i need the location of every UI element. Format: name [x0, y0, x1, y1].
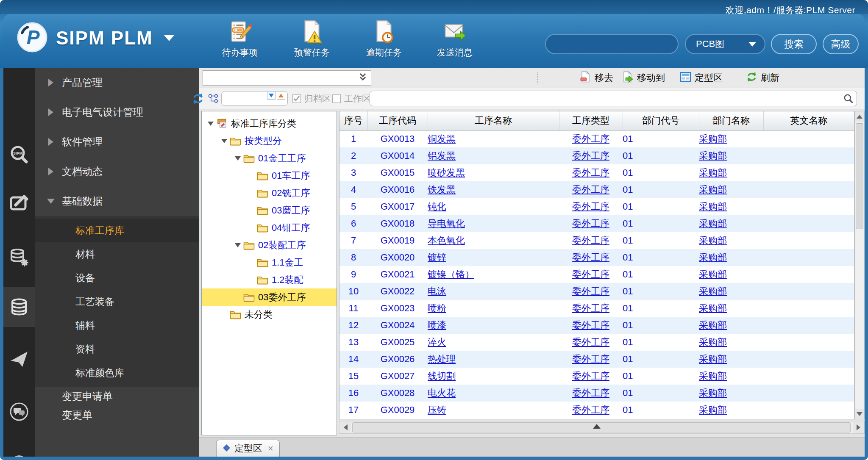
cell-type[interactable]: 委外工序 — [559, 402, 623, 418]
remove-button[interactable]: 移去 — [580, 68, 613, 88]
tree-refresh-icon[interactable] — [192, 92, 204, 107]
tree-node[interactable]: 01车工序 — [202, 167, 337, 184]
sidebar-subitem[interactable]: 标准工序库 — [35, 219, 199, 242]
column-header[interactable]: 工序类型 — [559, 111, 623, 130]
cell-dname[interactable]: 采购部 — [699, 300, 763, 317]
sidebar-subitem[interactable]: 材料 — [35, 242, 199, 266]
sidebar-subitem[interactable]: 标准颜色库 — [35, 361, 199, 385]
cell-dcode[interactable]: 01 — [623, 402, 699, 418]
column-header[interactable]: 部门代号 — [623, 111, 699, 130]
cell-type[interactable]: 委外工序 — [559, 368, 623, 385]
chat-icon[interactable] — [9, 402, 29, 421]
cell-dname[interactable]: 采购部 — [699, 266, 763, 283]
cell-type[interactable]: 委外工序 — [559, 232, 623, 249]
cell-type[interactable]: 委外工序 — [559, 300, 623, 317]
scroll-left-button[interactable] — [340, 422, 351, 433]
cell-dcode[interactable]: 01 — [623, 351, 699, 368]
cell-dcode[interactable]: 01 — [623, 283, 699, 300]
archive-area-checkbox[interactable] — [292, 94, 301, 103]
cell-type[interactable]: 委外工序 — [559, 385, 623, 402]
cell-dcode[interactable]: 01 — [623, 232, 699, 249]
search-button[interactable]: 搜索 — [771, 34, 817, 54]
cell-dname[interactable]: 采购部 — [699, 198, 763, 215]
sidebar-subitem[interactable]: 设备 — [35, 266, 199, 290]
expand-arrow-icon[interactable] — [46, 196, 56, 206]
vertical-scroll-thumb[interactable] — [856, 123, 863, 229]
advanced-search-button[interactable]: 高级 — [823, 34, 859, 54]
database-icon[interactable] — [9, 297, 29, 317]
tab-close-icon[interactable]: × — [268, 443, 273, 454]
sidebar-item[interactable]: 文档动态 — [35, 157, 199, 186]
cell-code[interactable]: GX0016 — [367, 181, 428, 198]
cell-code[interactable]: GX0028 — [367, 385, 428, 402]
sidebar-subitem[interactable]: 资料 — [35, 337, 199, 361]
cell-name[interactable]: 压铸 — [428, 402, 559, 418]
cell-dname[interactable]: 采购部 — [699, 249, 763, 266]
cell-code[interactable]: GX0015 — [367, 164, 428, 181]
cell-dname[interactable]: 采购部 — [699, 368, 763, 385]
cell-type[interactable]: 委外工序 — [559, 249, 623, 266]
cell-dname[interactable]: 采购部 — [699, 215, 763, 232]
horizontal-scrollbar[interactable] — [339, 421, 865, 434]
tab-finalize-area[interactable]: 定型区 × — [216, 440, 280, 457]
table-row[interactable]: 11GX0023喷粉委外工序01采购部 — [339, 300, 854, 317]
scroll-right-button[interactable] — [853, 422, 864, 433]
cell-type[interactable]: 委外工序 — [559, 130, 623, 147]
cell-dcode[interactable]: 01 — [623, 130, 699, 147]
tree-node[interactable]: 02铣工序 — [202, 184, 337, 202]
cell-name[interactable]: 喷漆 — [428, 317, 559, 334]
cell-dcode[interactable]: 01 — [623, 181, 699, 198]
cell-code[interactable]: GX0027 — [367, 368, 428, 385]
cell-dname[interactable]: 采购部 — [699, 402, 763, 418]
table-row[interactable]: 1GX0013铜发黑委外工序01采购部 — [339, 130, 854, 147]
sidebar-item[interactable]: 产品管理 — [35, 68, 199, 97]
sidebar-subitem[interactable]: 工艺装备 — [35, 290, 199, 313]
cell-name[interactable]: 镀镍（铬） — [428, 266, 559, 283]
table-row[interactable]: 5GX0017钝化委外工序01采购部 — [339, 198, 854, 215]
cell-name[interactable]: 铜发黑 — [428, 130, 559, 147]
sidebar-item[interactable]: 电子电气设计管理 — [35, 97, 199, 127]
cell-dcode[interactable]: 01 — [623, 266, 699, 283]
horizontal-scroll-thumb[interactable] — [352, 422, 851, 432]
cell-name[interactable]: 淬火 — [428, 334, 559, 351]
cell-dname[interactable]: 采购部 — [699, 147, 763, 164]
global-search-input[interactable] — [545, 34, 679, 54]
tree-expand-arrow-icon[interactable] — [233, 241, 242, 250]
cell-name[interactable]: 本色氧化 — [428, 232, 559, 249]
cell-dcode[interactable]: 01 — [623, 317, 699, 334]
cell-type[interactable]: 委外工序 — [559, 266, 623, 283]
cell-dcode[interactable]: 01 — [623, 147, 699, 164]
tree-node[interactable]: 03委外工序 — [202, 288, 337, 306]
scroll-up-button[interactable] — [855, 111, 864, 122]
toolbar-item-overdue[interactable]: 逾期任务 — [356, 19, 412, 58]
edit-pad-icon[interactable] — [9, 193, 29, 212]
cell-dcode[interactable]: 01 — [623, 368, 699, 385]
toolbar-item-todo[interactable]: 待办事项 — [212, 19, 268, 58]
toolbar-item-message[interactable]: 发送消息 — [427, 19, 483, 58]
cell-name[interactable]: 铝发黑 — [428, 147, 559, 164]
cell-name[interactable]: 电火花 — [428, 385, 559, 402]
table-row[interactable]: 2GX0014铝发黑委外工序01采购部 — [339, 147, 854, 164]
tree-node[interactable]: 1.1金工 — [202, 254, 337, 271]
search-type-select[interactable]: PCB图 — [685, 34, 765, 54]
cell-dname[interactable]: 采购部 — [699, 317, 763, 334]
column-header[interactable]: 英文名称 — [763, 111, 854, 130]
sipm-search-icon[interactable]: SIPM — [9, 145, 29, 164]
cell-dcode[interactable]: 01 — [623, 334, 699, 351]
cell-name[interactable]: 镀锌 — [428, 249, 559, 266]
tree-expand-arrow-icon[interactable] — [233, 154, 242, 163]
table-header[interactable]: 序号工序代码工序名称工序类型部门代号部门名称英文名称 — [339, 111, 854, 130]
table-row[interactable]: 14GX0026热处理委外工序01采购部 — [339, 351, 854, 368]
cell-name[interactable]: 铁发黑 — [428, 181, 559, 198]
cell-dname[interactable]: 采购部 — [699, 164, 763, 181]
cell-dcode[interactable]: 01 — [623, 249, 699, 266]
cell-dname[interactable]: 采购部 — [699, 130, 763, 147]
collapse-arrow-icon[interactable] — [46, 166, 56, 177]
cell-dname[interactable]: 采购部 — [699, 385, 763, 402]
tree-node[interactable]: 03磨工序 — [202, 202, 337, 219]
tree-node[interactable]: 01金工工序 — [202, 150, 337, 167]
cell-dname[interactable]: 采购部 — [699, 181, 763, 198]
sidebar-item[interactable]: 变更申请单 — [35, 387, 199, 406]
search-magnifier-icon[interactable] — [843, 93, 854, 106]
app-logo[interactable]: P SIPM PLM — [16, 21, 174, 55]
